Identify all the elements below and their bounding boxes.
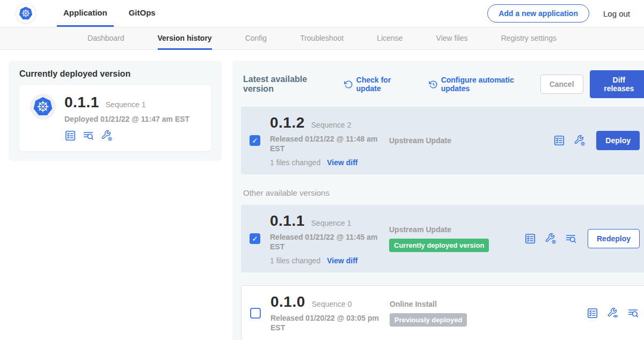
status-badge: Previously deployed bbox=[390, 313, 467, 327]
deploy-button[interactable]: Deploy bbox=[596, 131, 640, 150]
released-timestamp: Released 01/20/22 @ 03:05 pm EST bbox=[270, 314, 380, 332]
subtab-config[interactable]: Config bbox=[245, 27, 267, 50]
version-sequence: Sequence 2 bbox=[311, 121, 352, 129]
refresh-icon bbox=[344, 80, 353, 89]
version-checkbox[interactable]: ✓ bbox=[250, 233, 260, 244]
deploy-logs-icon[interactable] bbox=[565, 233, 577, 245]
preflight-checklist-icon[interactable] bbox=[553, 135, 565, 146]
deployed-version-card: 0.1.1 Sequence 1 Deployed 01/21/22 @ 11:… bbox=[19, 85, 211, 151]
version-checkbox[interactable] bbox=[250, 308, 261, 319]
preflight-checklist-icon[interactable] bbox=[64, 130, 76, 142]
top-nav-tabs: Application GitOps bbox=[57, 0, 171, 27]
view-diff-link[interactable]: View diff bbox=[327, 158, 357, 167]
deployed-version-number: 0.1.1 bbox=[64, 94, 99, 111]
view-config-icon[interactable] bbox=[607, 307, 619, 319]
logout-link[interactable]: Log out bbox=[603, 9, 630, 18]
clock-refresh-icon bbox=[429, 80, 438, 89]
deployed-panel-title: Currently deployed version bbox=[19, 69, 211, 79]
subtab-view-files[interactable]: View files bbox=[436, 27, 468, 50]
main-content: Currently deployed version 0 bbox=[0, 50, 644, 340]
version-history-panel: Latest available version Check for updat… bbox=[232, 61, 644, 340]
version-row-0-1-0: 0.1.0 Sequence 0 Released 01/20/22 @ 03:… bbox=[241, 285, 644, 340]
kubernetes-icon bbox=[32, 96, 54, 117]
add-application-button[interactable]: Add a new application bbox=[487, 4, 589, 23]
diff-releases-button[interactable]: Diff releases bbox=[590, 70, 644, 98]
configure-updates-label: Configure automatic updates bbox=[441, 76, 540, 93]
subtab-registry-settings[interactable]: Registry settings bbox=[501, 27, 557, 50]
version-source: Upstream Update bbox=[389, 136, 451, 145]
other-versions-heading: Other available versions bbox=[243, 188, 644, 197]
version-source: Online Install bbox=[390, 300, 437, 308]
deploy-logs-icon[interactable] bbox=[83, 130, 94, 142]
version-sequence: Sequence 1 bbox=[311, 219, 352, 227]
edit-config-icon[interactable] bbox=[101, 130, 113, 142]
version-checkbox[interactable]: ✓ bbox=[250, 135, 260, 146]
view-diff-link[interactable]: View diff bbox=[327, 256, 357, 265]
deployed-timestamp: Deployed 01/21/22 @ 11:47 am EST bbox=[64, 115, 189, 123]
preflight-checklist-icon[interactable] bbox=[587, 307, 598, 319]
top-nav: Application GitOps Add a new application… bbox=[0, 0, 644, 27]
cancel-button[interactable]: Cancel bbox=[540, 75, 583, 94]
latest-version-header: Latest available version Check for updat… bbox=[243, 70, 644, 98]
released-timestamp: Released 01/21/22 @ 11:48 am EST bbox=[270, 135, 380, 153]
subtab-troubleshoot[interactable]: Troubleshoot bbox=[300, 27, 343, 50]
edit-config-icon[interactable] bbox=[545, 233, 557, 245]
deployed-sequence: Sequence 1 bbox=[106, 100, 146, 109]
tab-application[interactable]: Application bbox=[57, 0, 114, 27]
version-number: 0.1.1 bbox=[270, 212, 305, 230]
version-number: 0.1.2 bbox=[270, 114, 305, 131]
deploy-logs-icon[interactable] bbox=[627, 307, 639, 319]
released-timestamp: Released 01/21/22 @ 11:45 am EST bbox=[270, 233, 380, 252]
files-changed-label: 1 files changed bbox=[270, 158, 320, 167]
subtab-license[interactable]: License bbox=[377, 27, 402, 50]
version-source: Upstream Update bbox=[389, 225, 451, 234]
kubernetes-logo bbox=[16, 4, 35, 23]
preflight-checklist-icon[interactable] bbox=[524, 233, 536, 245]
sub-nav: Dashboard Version history Config Trouble… bbox=[0, 27, 644, 50]
files-changed-label: 1 files changed bbox=[270, 256, 320, 265]
check-icon: ✓ bbox=[252, 234, 258, 243]
redeploy-button[interactable]: Redeploy bbox=[588, 229, 640, 248]
subtab-version-history[interactable]: Version history bbox=[158, 27, 212, 50]
top-nav-actions: Add a new application Log out bbox=[487, 4, 630, 23]
status-badge: Currently deployed version bbox=[389, 239, 489, 252]
edit-config-icon[interactable] bbox=[574, 135, 586, 146]
version-row-0-1-2: ✓ 0.1.2 Sequence 2 Released 01/21/22 @ 1… bbox=[241, 107, 644, 174]
check-for-update-label: Check for update bbox=[356, 76, 415, 93]
version-sequence: Sequence 0 bbox=[312, 300, 352, 308]
check-icon: ✓ bbox=[252, 136, 258, 145]
subtab-dashboard[interactable]: Dashboard bbox=[87, 27, 125, 50]
latest-version-title: Latest available version bbox=[243, 75, 336, 94]
check-for-update-link[interactable]: Check for update bbox=[344, 76, 415, 93]
currently-deployed-panel: Currently deployed version 0 bbox=[9, 61, 222, 161]
tab-gitops[interactable]: GitOps bbox=[122, 0, 162, 27]
app-logo bbox=[30, 94, 56, 120]
version-row-0-1-1: ✓ 0.1.1 Sequence 1 Released 01/21/22 @ 1… bbox=[241, 205, 644, 272]
configure-updates-link[interactable]: Configure automatic updates bbox=[429, 76, 540, 93]
version-number: 0.1.0 bbox=[270, 293, 305, 311]
kubernetes-icon bbox=[18, 6, 33, 21]
